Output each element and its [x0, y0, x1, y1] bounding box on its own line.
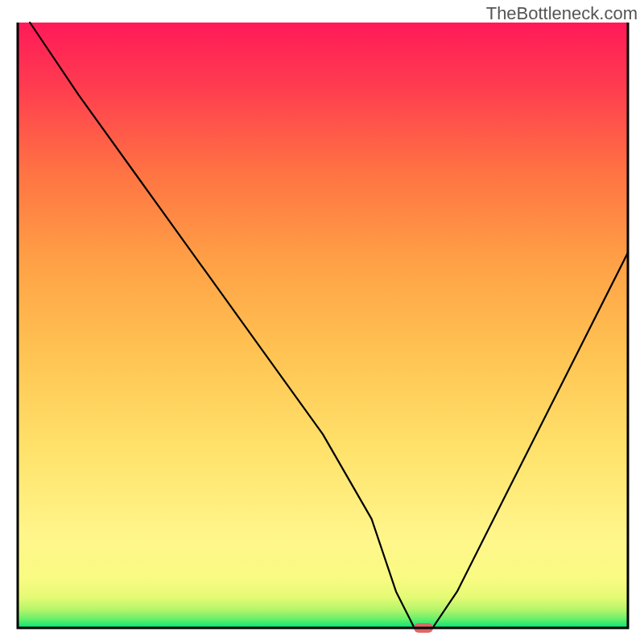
plot-background — [18, 23, 628, 628]
attribution-label: TheBottleneck.com — [486, 3, 638, 24]
bottleneck-chart — [0, 0, 644, 644]
chart-frame: TheBottleneck.com — [0, 0, 644, 644]
